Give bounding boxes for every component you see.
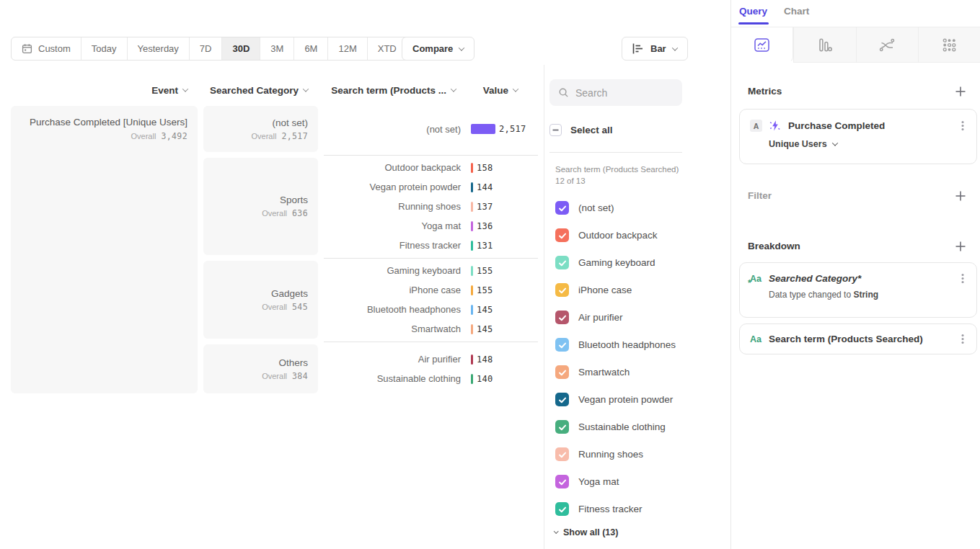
filter-item-iphone-case[interactable]: iPhone case xyxy=(555,283,676,297)
filter-item-smartwatch[interactable]: Smartwatch xyxy=(555,365,676,379)
add-metric-button[interactable] xyxy=(953,84,968,99)
checkbox-checked[interactable] xyxy=(555,447,569,461)
value-row: iPhone case155 xyxy=(324,280,540,300)
checkbox-checked[interactable] xyxy=(555,502,569,516)
value-column: (not set)2,517Outdoor backpack158Vegan p… xyxy=(324,106,540,393)
checkbox-checked[interactable] xyxy=(555,393,569,406)
filter-item-outdoor-backpack[interactable]: Outdoor backpack xyxy=(555,228,676,242)
search-input[interactable] xyxy=(575,87,669,99)
kebab-menu-icon[interactable] xyxy=(958,272,968,285)
event-name: Purchase Completed [Unique Users] xyxy=(30,117,187,128)
event-cell: Purchase Completed [Unique Users] Overal… xyxy=(11,106,198,393)
date-range-6m[interactable]: 6M xyxy=(294,37,328,60)
value-row: Sustainable clothing140 xyxy=(324,369,540,388)
aggregation-label: Unique Users xyxy=(769,139,827,149)
retention-chart-icon xyxy=(943,38,956,52)
checkbox-checked[interactable] xyxy=(555,311,569,324)
funnels-chart-icon xyxy=(817,38,832,52)
group-divider xyxy=(324,258,538,259)
search-box[interactable] xyxy=(549,79,682,106)
metric-card[interactable]: A Purchase Completed Unique Users xyxy=(739,109,977,164)
date-range-12m[interactable]: 12M xyxy=(328,37,367,60)
date-range-yesterday[interactable]: Yesterday xyxy=(128,37,190,60)
date-range-7d[interactable]: 7D xyxy=(190,37,223,60)
string-type-icon: Aa* xyxy=(750,274,766,284)
value-number: 2,517 xyxy=(499,124,526,134)
checkbox-label: Smartwatch xyxy=(578,367,630,378)
date-range-custom[interactable]: Custom xyxy=(12,37,81,60)
value-number: 155 xyxy=(477,285,493,295)
report-tab-funnels[interactable] xyxy=(793,27,855,63)
breakdown-name: Searched Category* xyxy=(769,273,861,284)
checkbox-label: Air purifier xyxy=(578,312,623,323)
report-tab-retention[interactable] xyxy=(918,27,980,63)
report-tab-flows[interactable] xyxy=(856,27,918,63)
select-all-checkbox-indeterminate[interactable] xyxy=(549,124,562,136)
category-name: (not set) xyxy=(272,117,308,128)
checkbox-checked[interactable] xyxy=(555,228,569,242)
value-bar xyxy=(471,374,473,384)
filter-item-fitness-tracker[interactable]: Fitness tracker xyxy=(555,502,676,516)
breakdown-card[interactable]: AaSearch term (Products Searched) xyxy=(739,323,977,354)
filter-item-sustainable-clothing[interactable]: Sustainable clothing xyxy=(555,420,676,434)
header-label: Value xyxy=(483,85,508,96)
checkbox-checked[interactable] xyxy=(555,201,569,215)
checkbox-label: Outdoor backpack xyxy=(578,230,658,241)
filter-item-air-purifier[interactable]: Air purifier xyxy=(555,311,676,324)
filter-item-bluetooth-headphones[interactable]: Bluetooth headphones xyxy=(555,338,676,352)
date-range-today[interactable]: Today xyxy=(81,37,128,60)
checkbox-checked[interactable] xyxy=(555,475,569,488)
checkbox-checked[interactable] xyxy=(555,420,569,434)
tab-chart[interactable]: Chart xyxy=(784,6,809,17)
column-header-value[interactable]: Value xyxy=(476,84,518,97)
kebab-menu-icon[interactable] xyxy=(958,333,968,345)
checkbox-checked[interactable] xyxy=(555,338,569,352)
filter-item-running-shoes[interactable]: Running shoes xyxy=(555,447,676,461)
search-term-label: (not set) xyxy=(324,124,461,135)
report-tab-insights[interactable] xyxy=(731,27,793,63)
search-term-label: Yoga mat xyxy=(324,220,461,231)
select-all-label: Select all xyxy=(570,125,613,135)
value-row: Fitness tracker131 xyxy=(324,236,540,255)
compare-button[interactable]: Compare xyxy=(402,37,474,61)
column-header-searched-category[interactable]: Searched Category xyxy=(203,84,308,97)
value-row: Air purifier148 xyxy=(324,349,540,369)
filter-item-gaming-keyboard[interactable]: Gaming keyboard xyxy=(555,256,676,269)
value-bar xyxy=(471,354,473,365)
add-breakdown-button[interactable] xyxy=(953,239,968,254)
filter-item--not-set-[interactable]: (not set) xyxy=(555,201,676,215)
value-bar xyxy=(471,221,473,231)
value-bar xyxy=(471,124,495,134)
value-row: Vegan protein powder144 xyxy=(324,177,540,197)
breakdown-card[interactable]: Aa*Searched Category*Data type changed t… xyxy=(739,262,977,318)
overall-label: Overall xyxy=(131,132,156,140)
filter-item-yoga-mat[interactable]: Yoga mat xyxy=(555,475,676,488)
column-header-search-term[interactable]: Search term (Products ... xyxy=(324,84,456,97)
date-range-30d[interactable]: 30D xyxy=(222,37,260,60)
select-all-row[interactable]: Select all xyxy=(549,124,613,136)
chevron-down-icon xyxy=(513,86,518,92)
metrics-title: Metrics xyxy=(748,86,782,97)
date-range-3m[interactable]: 3M xyxy=(260,37,294,60)
chart-type-button[interactable]: Bar xyxy=(622,37,688,61)
date-range-group: CustomTodayYesterday7D30D3M6M12MXTD xyxy=(11,37,419,61)
kebab-menu-icon[interactable] xyxy=(958,120,968,132)
search-term-label: Bluetooth headphones xyxy=(324,304,461,315)
filter-item-vegan-protein-powder[interactable]: Vegan protein powder xyxy=(555,393,676,406)
aggregation-dropdown[interactable]: Unique Users xyxy=(769,139,976,149)
checkbox-checked[interactable] xyxy=(555,256,569,269)
checkbox-checked[interactable] xyxy=(555,283,569,297)
date-range-label: 12M xyxy=(338,43,356,54)
group-divider xyxy=(324,342,538,342)
checkbox-label: Sustainable clothing xyxy=(578,421,666,432)
search-term-label: Vegan protein powder xyxy=(324,182,461,192)
column-header-event[interactable]: Event xyxy=(11,84,187,97)
checkbox-label: Vegan protein powder xyxy=(578,394,673,405)
show-all-toggle[interactable]: Show all (13) xyxy=(554,527,618,537)
add-filter-button[interactable] xyxy=(953,189,968,203)
checkbox-label: Bluetooth headphones xyxy=(578,339,676,350)
checkbox-checked[interactable] xyxy=(555,365,569,379)
header-label: Search term (Products ... xyxy=(331,85,446,96)
tab-query[interactable]: Query xyxy=(739,6,767,17)
value-number: 155 xyxy=(477,266,493,276)
